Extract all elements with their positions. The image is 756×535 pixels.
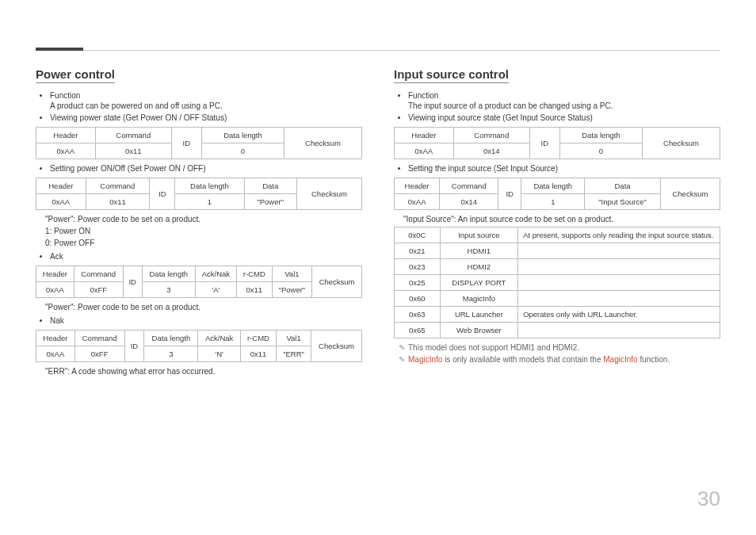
- pencil-icon: ✎: [399, 355, 405, 364]
- power-function-desc: A product can be powered on and off usin…: [50, 101, 362, 110]
- td: 'A': [195, 282, 236, 298]
- footnote-2: ✎MagicInfo is only available with models…: [399, 355, 720, 364]
- td: 0xAA: [36, 282, 74, 298]
- table-row: 0x21HDMI1: [395, 243, 720, 259]
- th: Command: [86, 178, 150, 194]
- th: Data length: [201, 128, 284, 143]
- th: Data length: [175, 178, 244, 194]
- table-row: 0x25DISPLAY PORT: [395, 275, 720, 291]
- code-cell: 0x23: [395, 259, 441, 275]
- td: 0xAA: [395, 194, 440, 210]
- code-cell: 0x21: [395, 243, 441, 259]
- footnote-2-text-d: function.: [638, 355, 670, 364]
- table-row: 0x60MagicInfo: [395, 291, 720, 307]
- page-number: 30: [697, 487, 720, 511]
- td: "Input Source": [585, 194, 661, 210]
- th: Header: [395, 178, 440, 194]
- input-codes-table: 0x0CInput sourceAt present, supports onl…: [394, 227, 720, 338]
- td: 0x14: [440, 194, 498, 210]
- th: ID: [498, 178, 521, 210]
- magicinfo-hl: MagicInfo: [408, 355, 442, 364]
- th: Header: [36, 178, 86, 194]
- td: "Power": [272, 282, 312, 298]
- td: 0x11: [95, 143, 171, 159]
- desc-cell: [518, 259, 720, 275]
- desc-cell: [518, 275, 720, 291]
- th: Data length: [559, 128, 642, 143]
- td: 0xAA: [36, 194, 86, 210]
- th: Header: [36, 331, 75, 346]
- th: Data length: [142, 266, 195, 282]
- td: "ERR": [277, 346, 311, 362]
- th: ID: [123, 266, 142, 298]
- footnote-2-text-b: is only available with models that conta…: [442, 355, 603, 364]
- th: Ack/Nak: [195, 266, 236, 282]
- td: 'N': [198, 346, 240, 362]
- name-cell: HDMI2: [440, 259, 518, 275]
- footnote-1: ✎This model does not support HDMI1 and H…: [399, 343, 720, 352]
- desc-cell: [518, 291, 720, 307]
- name-cell: HDMI1: [440, 243, 518, 259]
- name-cell: Input source: [440, 227, 518, 243]
- th: Checksum: [296, 178, 361, 210]
- th: Checksum: [284, 128, 362, 159]
- name-cell: DISPLAY PORT: [440, 275, 518, 291]
- th: Data length: [144, 331, 198, 346]
- th: Command: [74, 266, 123, 282]
- th: ID: [529, 128, 559, 159]
- th: Val1: [277, 331, 311, 346]
- power-get-table: Header Command ID Data length Checksum 0…: [36, 127, 362, 159]
- th: Checksum: [312, 266, 362, 298]
- right-column: Input source control Function The input …: [394, 67, 720, 379]
- code-cell: 0x65: [395, 323, 441, 338]
- th: Data length: [521, 178, 585, 194]
- input-view-item: Viewing input source state (Get Input So…: [408, 113, 720, 122]
- td: "Power": [244, 194, 296, 210]
- code-cell: 0x63: [395, 307, 441, 323]
- power-ack-table: Header Command ID Data length Ack/Nak r-…: [36, 266, 362, 298]
- th: Command: [95, 128, 171, 143]
- td: 0: [201, 143, 284, 159]
- td: 0xAA: [36, 346, 75, 362]
- desc-cell: Operates only with URL Launcher.: [518, 307, 720, 323]
- th: r-CMD: [237, 266, 272, 282]
- td: 0xAA: [395, 143, 454, 159]
- input-function-item: Function The input source of a product c…: [408, 91, 720, 110]
- top-rule: [36, 50, 720, 51]
- table-row: 0x23HDMI2: [395, 259, 720, 275]
- power-set-item: Setting power ON/Off (Set Power ON / OFF…: [50, 164, 362, 173]
- th: Command: [74, 331, 124, 346]
- input-set-table: Header Command ID Data length Data Check…: [394, 178, 720, 210]
- power-note-5: "ERR": A code showing what error has occ…: [45, 367, 362, 376]
- power-note-1: "Power": Power code to be set on a produ…: [45, 215, 362, 224]
- ack-list: Ack: [36, 252, 362, 261]
- td: 3: [144, 346, 198, 362]
- input-note-1: "Input Source": An input source code to …: [403, 215, 720, 224]
- th: Header: [36, 128, 96, 143]
- th: Header: [395, 128, 454, 143]
- footnote-1-text: This model does not support HDMI1 and HD…: [408, 343, 579, 352]
- power-control-heading: Power control: [36, 67, 115, 83]
- input-function-label: Function: [408, 91, 438, 100]
- th: Command: [440, 178, 498, 194]
- input-set-list: Setting the input source (Set Input Sour…: [394, 164, 720, 173]
- th: ID: [150, 178, 175, 210]
- td: 0xFF: [74, 346, 124, 362]
- th: Checksum: [660, 178, 720, 210]
- th: Ack/Nak: [198, 331, 240, 346]
- th: Checksum: [643, 128, 720, 159]
- th: ID: [124, 331, 144, 362]
- th: Header: [36, 266, 74, 282]
- td: 0x11: [86, 194, 150, 210]
- input-list: Function The input source of a product c…: [394, 91, 720, 122]
- nak-item: Nak: [50, 316, 362, 325]
- desc-cell: [518, 323, 720, 338]
- desc-cell: [518, 243, 720, 259]
- th: Command: [453, 128, 529, 143]
- power-note-2: 1: Power ON: [45, 227, 362, 235]
- power-set-table: Header Command ID Data length Data Check…: [36, 178, 362, 210]
- power-function-label: Function: [50, 91, 80, 100]
- name-cell: URL Launcher: [440, 307, 518, 323]
- desc-cell: At present, supports only reading the in…: [518, 227, 720, 243]
- th: ID: [171, 128, 201, 159]
